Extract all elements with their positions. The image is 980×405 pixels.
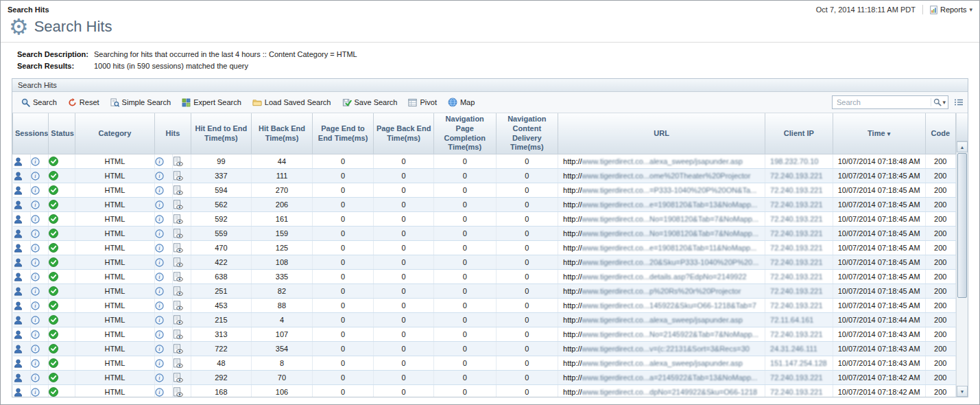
view-page-icon[interactable] — [173, 214, 190, 224]
col-hits[interactable]: Hits — [155, 113, 191, 154]
view-page-icon[interactable] — [173, 243, 190, 253]
save-search-button[interactable]: Save Search — [337, 95, 403, 110]
info-icon[interactable]: i — [31, 301, 48, 310]
info-icon[interactable]: i — [31, 359, 48, 368]
info-icon[interactable]: i — [155, 215, 172, 224]
session-user-icon[interactable] — [13, 301, 31, 311]
view-page-icon[interactable] — [173, 301, 190, 311]
table-row[interactable]: i HTML i 422 108 0 0 0 0 http://www.tige… — [13, 255, 956, 270]
session-user-icon[interactable] — [13, 171, 31, 181]
info-icon[interactable]: i — [31, 200, 48, 209]
session-user-icon[interactable] — [13, 200, 31, 210]
info-icon[interactable]: i — [155, 157, 172, 166]
info-icon[interactable]: i — [155, 330, 172, 339]
info-icon[interactable]: i — [155, 301, 172, 310]
col-page-back[interactable]: Page Back End Time(ms) — [374, 113, 434, 154]
expert-search-button[interactable]: Expert Search — [177, 95, 246, 110]
table-row[interactable]: i HTML i 592 161 0 0 0 0 http://www.tige… — [13, 212, 956, 227]
view-page-icon[interactable] — [173, 387, 190, 397]
table-row[interactable]: i HTML i 251 82 0 0 0 0 http://www.tiger… — [13, 284, 956, 299]
session-user-icon[interactable] — [13, 229, 31, 239]
info-icon[interactable]: i — [31, 345, 48, 354]
info-icon[interactable]: i — [155, 186, 172, 195]
session-user-icon[interactable] — [13, 358, 31, 369]
session-user-icon[interactable] — [13, 329, 31, 340]
col-status[interactable]: Status — [49, 113, 75, 154]
map-button[interactable]: Map — [443, 95, 479, 110]
table-row[interactable]: i HTML i 313 107 0 0 0 0 http://www.tige… — [13, 327, 956, 342]
table-row[interactable]: i HTML i 562 206 0 0 0 0 http://www.tige… — [13, 198, 956, 212]
info-icon[interactable]: i — [155, 244, 172, 253]
col-category[interactable]: Category — [75, 113, 155, 154]
table-row[interactable]: i HTML i 594 270 0 0 0 0 http://www.tige… — [13, 183, 956, 198]
table-row[interactable]: i HTML i 453 88 0 0 0 0 http://www.tiger… — [13, 299, 956, 313]
reports-menu[interactable]: Reports ▾ — [930, 5, 972, 14]
info-icon[interactable]: i — [155, 388, 172, 397]
table-row[interactable]: i HTML i 99 44 0 0 0 0 http://www.tigerd… — [13, 154, 956, 169]
info-icon[interactable]: i — [31, 330, 48, 339]
session-user-icon[interactable] — [13, 157, 31, 167]
view-page-icon[interactable] — [173, 171, 190, 181]
info-icon[interactable]: i — [155, 200, 172, 209]
session-user-icon[interactable] — [13, 315, 31, 325]
view-page-icon[interactable] — [173, 315, 190, 325]
scrollbar-thumb[interactable] — [957, 153, 967, 298]
col-url[interactable]: URL — [558, 113, 765, 154]
info-icon[interactable]: i — [31, 215, 48, 224]
view-page-icon[interactable] — [173, 229, 190, 239]
search-button[interactable]: Search — [16, 95, 62, 110]
table-row[interactable]: i HTML i 638 335 0 0 0 0 http://www.tige… — [13, 270, 956, 284]
info-icon[interactable]: i — [155, 345, 172, 354]
filter-search-button[interactable]: ▾ — [931, 98, 946, 106]
table-filter-input[interactable] — [835, 97, 931, 107]
table-row[interactable]: i HTML i 292 70 0 0 0 0 http://www.tiger… — [13, 371, 956, 385]
table-row[interactable]: i HTML i 168 106 0 0 0 0 http://www.tige… — [13, 385, 956, 397]
table-row[interactable]: i HTML i 722 354 0 0 0 0 http://www.tige… — [13, 342, 956, 356]
view-page-icon[interactable] — [173, 373, 190, 383]
view-page-icon[interactable] — [173, 272, 190, 282]
session-user-icon[interactable] — [13, 344, 31, 354]
scroll-down-button[interactable]: ▼ — [957, 386, 968, 397]
session-user-icon[interactable] — [13, 185, 31, 196]
col-sessions[interactable]: Sessions — [13, 113, 49, 154]
pivot-button[interactable]: Pivot — [403, 95, 441, 110]
scrollbar-track[interactable] — [957, 152, 968, 386]
col-nav-content[interactable]: Navigation Content Delivery Time(ms) — [496, 113, 558, 154]
info-icon[interactable]: i — [31, 229, 48, 238]
session-user-icon[interactable] — [13, 286, 31, 297]
info-icon[interactable]: i — [31, 258, 48, 267]
table-row[interactable]: i HTML i 337 111 0 0 0 0 http://www.tige… — [13, 169, 956, 183]
view-page-icon[interactable] — [173, 358, 190, 369]
info-icon[interactable]: i — [155, 359, 172, 368]
info-icon[interactable]: i — [155, 258, 172, 267]
view-page-icon[interactable] — [173, 329, 190, 340]
session-user-icon[interactable] — [13, 272, 31, 282]
view-page-icon[interactable] — [173, 200, 190, 210]
view-page-icon[interactable] — [173, 344, 190, 354]
load-saved-search-button[interactable]: Load Saved Search — [248, 95, 336, 109]
view-page-icon[interactable] — [173, 157, 190, 167]
col-hit-back[interactable]: Hit Back End Time(ms) — [252, 113, 313, 154]
col-code[interactable]: Code — [925, 113, 955, 154]
session-user-icon[interactable] — [13, 373, 31, 383]
info-icon[interactable]: i — [31, 373, 48, 382]
info-icon[interactable]: i — [31, 172, 48, 181]
session-user-icon[interactable] — [13, 243, 31, 253]
simple-search-button[interactable]: Simple Search — [106, 95, 176, 110]
info-icon[interactable]: i — [31, 388, 48, 397]
table-row[interactable]: i HTML i 215 4 0 0 0 0 http://www.tigerd… — [13, 313, 956, 327]
reset-button[interactable]: Reset — [63, 95, 104, 110]
col-time[interactable]: Time ▾ — [833, 113, 925, 154]
info-icon[interactable]: i — [31, 157, 48, 166]
grid-options-button[interactable] — [954, 98, 964, 106]
info-icon[interactable]: i — [31, 316, 48, 325]
info-icon[interactable]: i — [155, 316, 172, 325]
col-hit-e2e[interactable]: Hit End to End Time(ms) — [191, 113, 252, 154]
table-row[interactable]: i HTML i 559 159 0 0 0 0 http://www.tige… — [13, 227, 956, 241]
table-row[interactable]: i HTML i 470 125 0 0 0 0 http://www.tige… — [13, 241, 956, 255]
col-nav-page[interactable]: Navigation Page Completion Time(ms) — [433, 113, 496, 154]
info-icon[interactable]: i — [155, 273, 172, 281]
session-user-icon[interactable] — [13, 214, 31, 224]
session-user-icon[interactable] — [13, 387, 31, 397]
info-icon[interactable]: i — [31, 186, 48, 195]
